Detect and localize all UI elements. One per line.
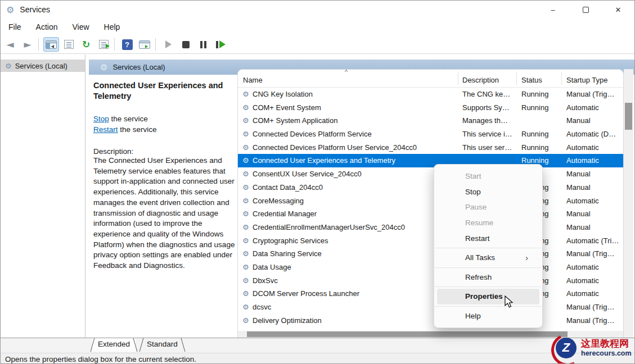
- pause-service-button[interactable]: [195, 37, 211, 52]
- service-description-cell: Manages th…: [462, 116, 508, 125]
- restart-link-suffix: the service: [118, 125, 157, 134]
- context-menu-item[interactable]: Stop: [437, 184, 539, 200]
- service-name-cell: Connected Devices Platform User Service_…: [253, 143, 417, 152]
- tab-standard[interactable]: Standard: [141, 338, 183, 352]
- column-header-status[interactable]: Status: [521, 76, 542, 84]
- context-menu-item[interactable]: Refresh: [437, 270, 539, 285]
- column-header-name[interactable]: Name: [243, 76, 263, 84]
- service-description-cell: This user ser…: [462, 143, 512, 152]
- service-row[interactable]: ⚙ COM+ Event System Supports Sy… Running…: [238, 101, 623, 115]
- context-menu-item[interactable]: Pause: [437, 199, 539, 215]
- column-header-startup-type[interactable]: Startup Type: [566, 76, 607, 84]
- service-gear-icon: ⚙: [242, 223, 249, 231]
- status-bar: Opens the properties dialog box for the …: [1, 353, 634, 364]
- export-list-button[interactable]: [96, 37, 111, 52]
- service-row[interactable]: ⚙ Cryptographic Services Running Automat…: [238, 234, 623, 248]
- context-menu-item[interactable]: [435, 248, 542, 248]
- service-row[interactable]: ⚙ COM+ System Application Manages th… Ma…: [238, 114, 623, 128]
- tab-extended[interactable]: Extended: [92, 338, 136, 352]
- service-row[interactable]: ⚙ Connected User Experiences and Telemet…: [238, 154, 623, 167]
- service-gear-icon: ⚙: [242, 170, 249, 178]
- restart-service-button[interactable]: [213, 37, 228, 52]
- service-startup-cell: Automatic: [566, 197, 599, 205]
- service-row[interactable]: ⚙ Connected Devices Platform Service Thi…: [238, 128, 623, 141]
- service-row[interactable]: ⚙ Delivery Optimization Manual (Trig…: [238, 314, 623, 327]
- close-button[interactable]: ✕: [602, 1, 634, 19]
- service-row[interactable]: ⚙ CredentialEnrollmentManagerUserSvc_204…: [238, 221, 623, 234]
- stop-service-button[interactable]: [178, 37, 193, 52]
- titlebar: ⚙ Services – ✕: [1, 1, 634, 19]
- maximize-button[interactable]: [569, 1, 602, 19]
- context-menu-item[interactable]: [435, 306, 542, 307]
- menu-help[interactable]: Help: [97, 20, 127, 34]
- context-menu-item-label: Pause: [465, 203, 487, 211]
- context-menu-item-label: Properties: [465, 292, 503, 301]
- context-menu-item[interactable]: Resume: [437, 215, 539, 231]
- service-row[interactable]: ⚙ CoreMessaging Running Automatic: [238, 194, 623, 208]
- toolbar-separator: [155, 38, 156, 51]
- service-row[interactable]: ⚙ ConsentUX User Service_204cc0 Manual: [238, 167, 623, 181]
- service-row[interactable]: ⚙ Data Usage Running Automatic: [238, 261, 623, 274]
- column-header-description[interactable]: Description: [462, 76, 499, 84]
- vertical-scrollbar-thumb[interactable]: [625, 103, 632, 130]
- restart-service-link[interactable]: Restart: [93, 125, 118, 134]
- service-row[interactable]: ⚙ Connected Devices Platform User Servic…: [238, 141, 623, 154]
- context-menu-item[interactable]: Properties: [437, 289, 539, 304]
- start-service-button[interactable]: [160, 37, 176, 52]
- vertical-scrollbar[interactable]: [624, 69, 633, 338]
- services-gear-icon: ⚙: [5, 62, 12, 70]
- context-menu-item[interactable]: [435, 286, 542, 287]
- status-text: Opens the properties dialog box for the …: [5, 355, 196, 363]
- mouse-cursor-icon: [504, 295, 514, 311]
- service-startup-cell: Manual: [566, 183, 591, 192]
- context-menu-item[interactable]: [435, 267, 542, 268]
- menu-action[interactable]: Action: [29, 20, 65, 34]
- service-row[interactable]: ⚙ DCOM Server Process Launcher Running A…: [238, 287, 623, 301]
- menu-view[interactable]: View: [65, 20, 96, 34]
- service-gear-icon: ⚙: [242, 316, 249, 325]
- back-button[interactable]: ◄: [2, 37, 18, 52]
- minimize-button[interactable]: –: [537, 1, 569, 19]
- service-status-cell: Running: [521, 130, 548, 138]
- column-divider[interactable]: [561, 72, 562, 85]
- context-menu-item[interactable]: Restart: [437, 230, 539, 246]
- list-header: ^ Name Description Status Startup Type: [238, 70, 623, 88]
- stop-service-link[interactable]: Stop: [93, 115, 109, 123]
- service-startup-cell: Manual: [566, 210, 591, 218]
- service-startup-cell: Automatic: [566, 276, 599, 285]
- service-detail-panel: Connected User Experiences and Telemetry…: [89, 75, 237, 338]
- service-row[interactable]: ⚙ DbxSvc Running Automatic: [238, 274, 623, 288]
- service-row[interactable]: ⚙ Credential Manager Running Manual: [238, 207, 623, 221]
- service-startup-cell: Manual (Trig…: [566, 249, 614, 258]
- context-menu-item[interactable]: Help: [437, 308, 539, 324]
- forward-button[interactable]: ►: [20, 37, 35, 52]
- service-startup-cell: Automatic: [566, 263, 599, 271]
- action-pane-icon: [139, 40, 150, 49]
- service-row[interactable]: ⚙ Contact Data_204cc0 Running Manual: [238, 181, 623, 194]
- show-console-tree-button[interactable]: [43, 37, 59, 52]
- context-menu-item-label: Refresh: [465, 273, 492, 281]
- column-divider[interactable]: [458, 72, 458, 85]
- service-gear-icon: ⚙: [242, 263, 249, 271]
- service-row[interactable]: ⚙ CNG Key Isolation The CNG ke… Running …: [238, 88, 623, 101]
- menu-file[interactable]: File: [2, 20, 28, 34]
- tree-item-services-local[interactable]: ⚙ Services (Local): [1, 60, 85, 72]
- service-gear-icon: ⚙: [242, 90, 249, 98]
- show-action-pane-button[interactable]: [137, 37, 152, 52]
- service-row[interactable]: ⚙ Data Sharing Service Running Manual (T…: [238, 247, 623, 261]
- properties-toolbar-button[interactable]: [61, 37, 76, 52]
- service-startup-cell: Manual: [566, 116, 591, 125]
- context-menu-item-label: Resume: [465, 219, 493, 227]
- context-menu-item[interactable]: Start: [437, 169, 539, 184]
- toolbar-separator: [38, 38, 39, 51]
- service-startup-cell: Manual (Trig…: [566, 303, 614, 311]
- service-row[interactable]: ⚙ dcsvc Manual (Trig…: [238, 301, 623, 314]
- column-divider[interactable]: [516, 72, 517, 85]
- tree-item-label: Services (Local): [15, 62, 67, 70]
- horizontal-scrollbar-thumb[interactable]: [247, 331, 568, 337]
- help-button[interactable]: ?: [119, 37, 135, 52]
- service-startup-cell: Manual (Trig…: [566, 316, 614, 325]
- service-name-cell: Cryptographic Services: [253, 236, 328, 245]
- context-menu-item[interactable]: All Tasks ›: [437, 250, 539, 266]
- refresh-button[interactable]: ↻: [78, 37, 94, 52]
